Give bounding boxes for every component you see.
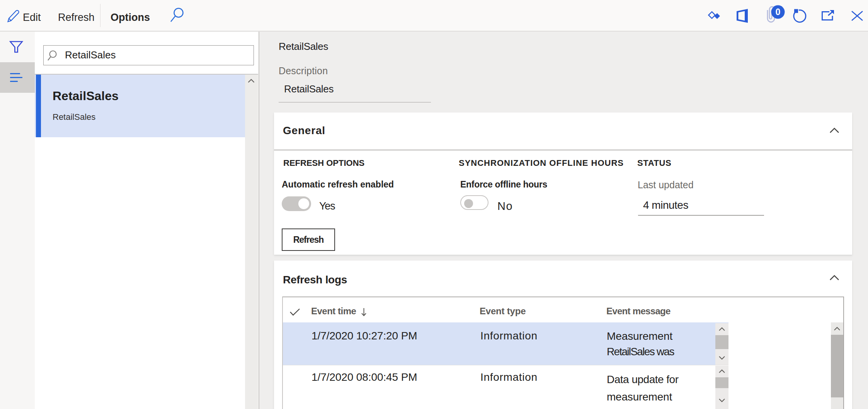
svg-text:0: 0 <box>776 7 781 17</box>
